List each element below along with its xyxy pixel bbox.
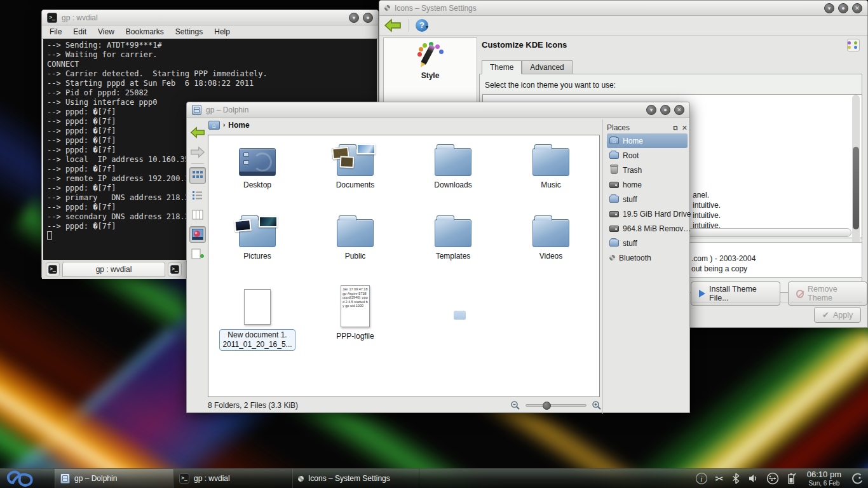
folder-item-templates[interactable]: Templates — [409, 214, 498, 285]
style-crayon-icon — [416, 43, 444, 69]
folder-item-pictures[interactable]: Pictures — [213, 214, 302, 285]
columns-view-button[interactable] — [189, 207, 206, 223]
folder-icon — [532, 219, 569, 247]
folder-item-videos[interactable]: Videos — [506, 214, 595, 285]
desktop-folder-decoration — [243, 152, 249, 157]
terminal-titlebar[interactable]: >_ gp : wvdial ▾ ● — [42, 10, 378, 25]
home-folder-icon[interactable]: ⌂ — [208, 121, 220, 130]
bluetooth-icon[interactable] — [731, 473, 741, 484]
details-view-button[interactable] — [189, 187, 206, 203]
task-dolphin[interactable]: gp – Dolphin — [55, 469, 173, 488]
folder-label: Downloads — [434, 180, 471, 189]
tab-advanced[interactable]: Advanced — [522, 60, 572, 74]
menu-file[interactable]: File — [50, 27, 62, 36]
panel-toolbox[interactable] — [852, 473, 865, 484]
task-wvdial[interactable]: >_ gp : wvdial — [173, 469, 292, 488]
maximize-icon[interactable]: ● — [363, 13, 373, 23]
minimize-icon[interactable]: ▾ — [824, 3, 834, 13]
minimize-icon[interactable]: ▾ — [349, 13, 359, 23]
folder-documents-icon — [337, 148, 374, 176]
terminal-title: gp : wvdial — [62, 13, 98, 22]
menu-view[interactable]: View — [98, 27, 114, 36]
split-view-button[interactable] — [189, 246, 206, 262]
back-arrow-icon — [384, 18, 402, 32]
select-theme-label: Select the icon theme you want to use: — [485, 81, 616, 90]
terminal-tab-active[interactable]: gp : wvdial — [62, 262, 165, 277]
application-launcher[interactable] — [0, 469, 55, 488]
new-tab-button[interactable]: >_ — [46, 262, 60, 276]
close-icon[interactable]: ✕ — [674, 105, 684, 115]
terminal-line: --> Sending: ATDT*99***1# — [47, 41, 373, 50]
close-panel-icon[interactable]: ✕ — [682, 124, 688, 132]
terminal-line: --> Carrier detected. Starting PPP immed… — [47, 69, 373, 79]
maximize-icon[interactable]: ● — [660, 105, 670, 115]
back-button[interactable] — [189, 124, 206, 140]
places-item-home[interactable]: ⌂ Home — [607, 133, 688, 148]
places-item-removable[interactable]: 964.8 MiB Remov… — [607, 221, 688, 236]
file-item-ppp-logfile[interactable]: Jan 17 09:47:18 gp-Aspire-5738 pppd[1946… — [311, 285, 400, 356]
minimize-icon[interactable]: ▾ — [646, 105, 656, 115]
battery-icon[interactable] — [786, 472, 796, 485]
volume-icon[interactable] — [748, 473, 759, 484]
remove-theme-label: Remove Theme — [808, 285, 859, 302]
folder-item-downloads[interactable]: Downloads — [409, 143, 498, 214]
sidebar-item-style[interactable]: Style — [384, 38, 477, 80]
scrollbar-thumb[interactable] — [853, 147, 859, 229]
clock[interactable]: 06:10 pm Sun, 6 Feb — [803, 470, 845, 486]
system-settings-title: Icons – System Settings — [395, 4, 477, 13]
panel-cashew-icon — [852, 473, 864, 484]
file-item-new-document[interactable]: New document 1. 2011_01_20_16_5... — [213, 285, 302, 356]
file-label-selected: New document 1. 2011_01_20_16_5... — [219, 329, 295, 351]
icons-view-button[interactable] — [189, 167, 206, 184]
float-panel-icon[interactable]: ⧉ — [673, 124, 678, 132]
terminal-line: --> Waiting for carrier. — [47, 50, 373, 60]
menu-settings[interactable]: Settings — [175, 27, 203, 36]
folder-label: Music — [541, 180, 560, 189]
system-settings-titlebar[interactable]: Icons – System Settings ▾ ● ✕ — [379, 1, 867, 16]
back-button[interactable] — [383, 18, 402, 33]
dolphin-file-view[interactable]: Desktop Documents Downloads Mu — [208, 135, 600, 397]
folder-item-music[interactable]: Music — [506, 143, 595, 214]
maximize-icon[interactable]: ● — [838, 3, 848, 13]
places-item-label: home — [623, 180, 642, 189]
places-item-bluetooth[interactable]: Bluetooth — [607, 250, 688, 265]
distro-trefoil-logo-icon — [4, 469, 37, 488]
folder-item-desktop[interactable]: Desktop — [213, 143, 302, 214]
apply-button[interactable]: ✔ Apply — [814, 307, 861, 323]
zoom-in-icon[interactable] — [592, 400, 602, 410]
system-settings-toolbar: ? ▾ — [379, 16, 867, 36]
folder-item-public[interactable]: Public — [311, 214, 400, 285]
zoom-out-icon[interactable] — [510, 400, 520, 410]
preview-icon — [191, 228, 204, 241]
zoom-slider-handle[interactable] — [543, 402, 551, 410]
zoom-slider-track[interactable] — [526, 404, 587, 407]
klipper-scissors-icon[interactable]: ✂ — [715, 473, 723, 485]
forward-button[interactable] — [189, 144, 206, 160]
terminal-tab-2[interactable]: >_ — [168, 262, 182, 276]
info-icon[interactable]: i — [695, 472, 708, 485]
clock-time: 06:10 pm — [807, 470, 841, 479]
close-icon[interactable]: ✕ — [852, 3, 862, 13]
places-item-label: Trash — [623, 166, 642, 175]
help-button[interactable]: ? ▾ — [416, 19, 428, 32]
dolphin-titlebar[interactable]: gp – Dolphin ▾ ● ✕ — [187, 102, 689, 118]
terminal-icon: >_ — [48, 265, 57, 274]
places-item-stuff[interactable]: stuff — [607, 192, 688, 207]
breadcrumb-home[interactable]: Home — [228, 121, 249, 130]
places-item-stuff-2[interactable]: stuff — [607, 236, 688, 250]
menu-help[interactable]: Help — [214, 27, 230, 36]
menu-bookmarks[interactable]: Bookmarks — [126, 27, 164, 36]
task-system-settings[interactable]: Icons – System Settings — [292, 469, 419, 488]
places-item-home-drive[interactable]: home — [607, 177, 688, 192]
folder-item-documents[interactable]: Documents — [311, 143, 400, 214]
drag-ghost-artifact — [454, 311, 466, 320]
menu-edit[interactable]: Edit — [73, 27, 86, 36]
usb-device-icon[interactable] — [766, 472, 779, 485]
tab-theme[interactable]: Theme — [482, 60, 522, 74]
preview-button[interactable] — [189, 226, 206, 243]
task-label: gp – Dolphin — [74, 474, 117, 483]
places-item-hard-drive[interactable]: 19.5 GiB Hard Drive — [607, 207, 688, 221]
places-item-trash[interactable]: Trash — [607, 163, 688, 177]
places-item-root[interactable]: Root — [607, 148, 688, 163]
overview-grid-icon[interactable] — [847, 39, 860, 51]
